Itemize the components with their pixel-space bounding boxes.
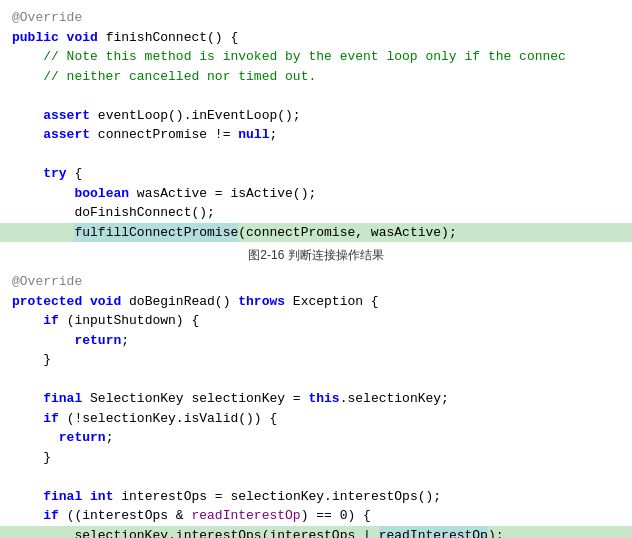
line-dofinish: doFinishConnect();	[0, 203, 632, 223]
line-return-2: return;	[0, 428, 632, 448]
line-blank-2	[0, 145, 632, 165]
line-blank-4	[0, 467, 632, 487]
line-try: try {	[0, 164, 632, 184]
line-if-interestops: if ((interestOps & readInterestOp) == 0)…	[0, 506, 632, 526]
line-annotation-2: @Override	[0, 272, 632, 292]
line-set-interestops: selectionKey.interestOps(interestOps | r…	[0, 526, 632, 539]
line-if-shutdown: if (inputShutdown) {	[0, 311, 632, 331]
line-blank-1	[0, 86, 632, 106]
line-blank-3	[0, 370, 632, 390]
line-close-1: }	[0, 350, 632, 370]
line-interestops: final int interestOps = selectionKey.int…	[0, 487, 632, 507]
line-close-2: }	[0, 448, 632, 468]
line-boolean: boolean wasActive = isActive();	[0, 184, 632, 204]
line-return-1: return;	[0, 331, 632, 351]
line-assert-1: assert eventLoop().inEventLoop();	[0, 106, 632, 126]
line-comment-1: // Note this method is invoked by the ev…	[0, 47, 632, 67]
line-annotation-1: @Override	[0, 8, 632, 28]
line-assert-2: assert connectPromise != null;	[0, 125, 632, 145]
line-selectionkey: final SelectionKey selectionKey = this.s…	[0, 389, 632, 409]
line-1: public void finishConnect() {	[0, 28, 632, 48]
line-fulfill: fulfillConnectPromise(connectPromise, wa…	[0, 223, 632, 243]
figure-caption-1: 图2-16 判断连接操作结果	[0, 242, 632, 272]
line-dobeginread: protected void doBeginRead() throws Exce…	[0, 292, 632, 312]
code-container: @Override public void finishConnect() { …	[0, 0, 632, 538]
line-if-isvalid: if (!selectionKey.isValid()) {	[0, 409, 632, 429]
line-comment-2: // neither cancelled nor timed out.	[0, 67, 632, 87]
